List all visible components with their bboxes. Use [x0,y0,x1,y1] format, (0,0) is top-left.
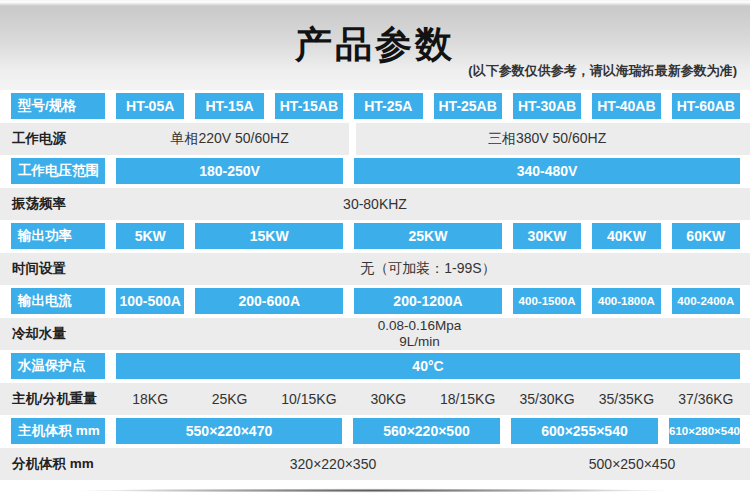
model-cell: HT-25A [354,93,422,119]
weight-cell: 30KG [354,391,422,407]
output-current-cell: 200-600A [195,288,343,314]
page-header: 产品参数 (以下参数仅供参考，请以海瑞拓最新参数为准) [0,0,750,90]
row-power-grid: 工作电源 单相220V 50/60HZ 三相380V 50/60HZ [0,123,750,156]
weight-cell: 37/36KG [672,391,740,407]
phase-column-divider [349,123,356,156]
model-cell: HT-15A [195,93,263,119]
host-volume-cell: 600×255×540 [511,418,658,444]
row-extension-volume-label: 分机体积 mm [11,455,105,473]
time-setting-value: 无（可加装：1-99S） [116,253,740,286]
row-voltage-grid: 工作电压范围 180-250V 340-480V [0,155,750,188]
output-current-cell: 100-500A [116,288,184,314]
row-model: 型号/规格 HT-05A HT-15A HT-15AB HT-25A HT-25… [0,90,750,123]
voltage-single-phase: 180-250V [116,158,343,184]
row-temp-protection: 水温保护点 40°C [0,350,750,383]
row-temp-protection-grid: 水温保护点 40°C [0,350,750,383]
temp-protection-value: 40°C [116,353,740,379]
weight-cell: 35/30KG [513,391,581,407]
page-subtitle: (以下参数仅供参考，请以海瑞拓最新参数为准) [468,62,737,80]
output-power-cell: 40KW [592,223,660,249]
row-output-power: 输出功率 5KW 15KW 25KW 30KW 40KW 60KW [0,220,750,253]
extension-volume-cell: 320×220×350 [290,448,376,481]
row-weight-label: 主机/分机重量 [11,390,105,408]
model-cell: HT-15AB [275,93,343,119]
row-host-volume-grid: 主机体积 mm 550×220×470 560×220×500 600×255×… [0,415,750,448]
row-output-power-label: 输出功率 [11,223,105,249]
extension-volume-cell: 500×250×450 [589,448,675,481]
weight-cell: 10/15KG [275,391,343,407]
model-cell: HT-25AB [434,93,502,119]
output-power-cell: 30KW [513,223,581,249]
spec-table: 型号/规格 HT-05A HT-15A HT-15AB HT-25A HT-25… [0,90,750,480]
cooling-water-value: 0.08-0.16Mpa 9L/min [116,318,723,351]
host-volume-cell: 550×220×470 [116,418,342,444]
weight-cell: 35/35KG [592,391,660,407]
row-temp-protection-label: 水温保护点 [11,353,105,379]
row-cooling-water-label: 冷却水量 [11,325,105,343]
row-output-current: 输出电流 100-500A 200-600A 200-1200A 400-150… [0,285,750,318]
row-cooling-water: 冷却水量 0.08-0.16Mpa 9L/min [0,318,750,351]
row-host-volume: 主机体积 mm 550×220×470 560×220×500 600×255×… [0,415,750,448]
power-single-phase: 单相220V 50/60HZ [116,130,343,148]
model-cell: HT-60AB [672,93,740,119]
cooling-flow: 9L/min [399,334,440,350]
row-power-label: 工作电源 [11,130,105,148]
row-voltage: 工作电压范围 180-250V 340-480V [0,155,750,188]
output-power-cell: 60KW [672,223,740,249]
power-three-phase: 三相380V 50/60HZ [354,130,740,148]
output-power-cell: 15KW [195,223,343,249]
row-frequency: 振荡频率 30-80KHZ [0,188,750,221]
row-power: 工作电源 单相220V 50/60HZ 三相380V 50/60HZ [0,123,750,156]
row-output-power-grid: 输出功率 5KW 15KW 25KW 30KW 40KW 60KW [0,220,750,253]
bottom-area [0,480,750,504]
output-current-cell: 200-1200A [354,288,502,314]
cooling-pressure: 0.08-0.16Mpa [378,318,461,334]
host-volume-cell: 610×280×540 [669,418,740,444]
model-cell: HT-30AB [513,93,581,119]
row-model-grid: 型号/规格 HT-05A HT-15A HT-15AB HT-25A HT-25… [0,90,750,123]
row-weight-grid: 主机/分机重量 18KG 25KG 10/15KG 30KG 18/15KG 3… [0,383,750,416]
row-voltage-label: 工作电压范围 [11,158,105,184]
product-spec-sheet: 产品参数 (以下参数仅供参考，请以海瑞拓最新参数为准) 型号/规格 HT-05A… [0,0,750,504]
weight-cell: 18/15KG [434,391,502,407]
row-model-label: 型号/规格 [11,93,105,119]
row-output-current-label: 输出电流 [11,288,105,314]
output-current-cell: 400-1500A [513,288,581,314]
host-volume-cell: 560×220×500 [353,418,500,444]
row-time-setting-label: 时间设置 [11,260,105,278]
bottom-shadow-divider [8,488,742,493]
row-time-setting: 时间设置 无（可加装：1-99S） [0,253,750,286]
weight-cell: 18KG [116,391,184,407]
output-current-cell: 400-2400A [672,288,740,314]
model-cell: HT-05A [116,93,184,119]
row-extension-volume: 分机体积 mm 320×220×350 500×250×450 [0,448,750,481]
row-weight: 主机/分机重量 18KG 25KG 10/15KG 30KG 18/15KG 3… [0,383,750,416]
model-cell: HT-40AB [592,93,660,119]
voltage-three-phase: 340-480V [354,158,740,184]
row-host-volume-label: 主机体积 mm [11,418,105,444]
output-power-cell: 5KW [116,223,184,249]
output-current-cell: 400-1800A [592,288,660,314]
output-power-cell: 25KW [354,223,502,249]
weight-cell: 25KG [195,391,263,407]
frequency-value: 30-80KHZ [0,188,750,221]
row-output-current-grid: 输出电流 100-500A 200-600A 200-1200A 400-150… [0,285,750,318]
